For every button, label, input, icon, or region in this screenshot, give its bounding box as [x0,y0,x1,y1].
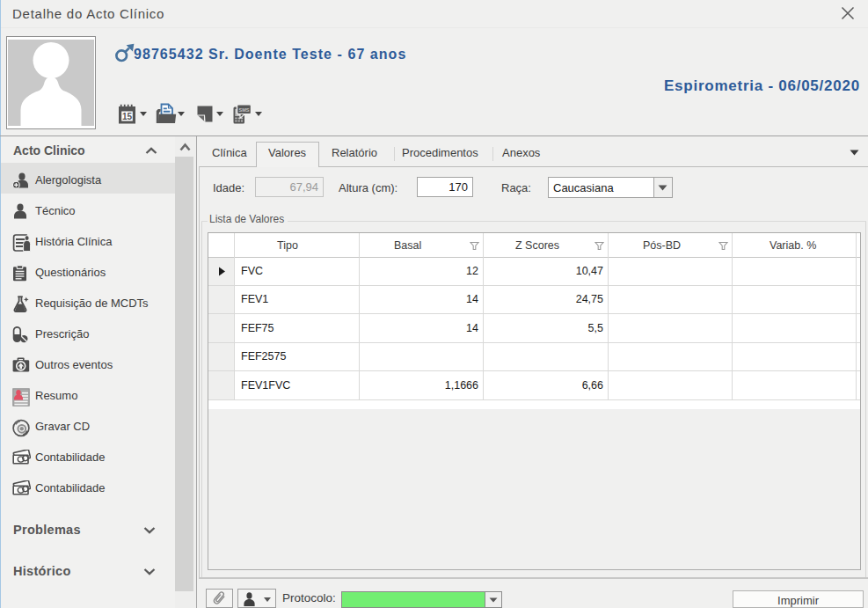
svg-text:SMS: SMS [239,107,250,113]
svg-text:15: 15 [122,112,133,121]
